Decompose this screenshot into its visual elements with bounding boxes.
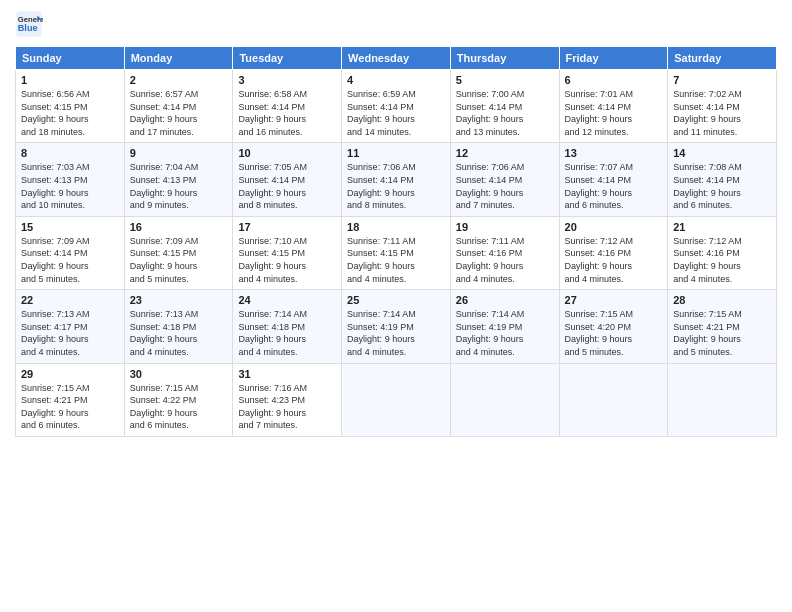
day-number: 2: [130, 74, 228, 86]
calendar-weekday-tuesday: Tuesday: [233, 47, 342, 70]
logo-icon: General Blue: [15, 10, 43, 38]
calendar-cell: 21 Sunrise: 7:12 AMSunset: 4:16 PMDaylig…: [668, 216, 777, 289]
calendar-cell: 11 Sunrise: 7:06 AMSunset: 4:14 PMDaylig…: [342, 143, 451, 216]
calendar-week-row: 1 Sunrise: 6:56 AMSunset: 4:15 PMDayligh…: [16, 70, 777, 143]
calendar-cell: 15 Sunrise: 7:09 AMSunset: 4:14 PMDaylig…: [16, 216, 125, 289]
calendar-cell: 16 Sunrise: 7:09 AMSunset: 4:15 PMDaylig…: [124, 216, 233, 289]
calendar-cell: 10 Sunrise: 7:05 AMSunset: 4:14 PMDaylig…: [233, 143, 342, 216]
calendar-cell: 7 Sunrise: 7:02 AMSunset: 4:14 PMDayligh…: [668, 70, 777, 143]
calendar-cell: 4 Sunrise: 6:59 AMSunset: 4:14 PMDayligh…: [342, 70, 451, 143]
calendar-weekday-saturday: Saturday: [668, 47, 777, 70]
calendar-cell: 12 Sunrise: 7:06 AMSunset: 4:14 PMDaylig…: [450, 143, 559, 216]
day-info: Sunrise: 7:02 AMSunset: 4:14 PMDaylight:…: [673, 89, 742, 137]
day-info: Sunrise: 7:00 AMSunset: 4:14 PMDaylight:…: [456, 89, 525, 137]
calendar-body: 1 Sunrise: 6:56 AMSunset: 4:15 PMDayligh…: [16, 70, 777, 437]
calendar-week-row: 8 Sunrise: 7:03 AMSunset: 4:13 PMDayligh…: [16, 143, 777, 216]
day-number: 16: [130, 221, 228, 233]
calendar-weekday-friday: Friday: [559, 47, 668, 70]
day-info: Sunrise: 6:59 AMSunset: 4:14 PMDaylight:…: [347, 89, 416, 137]
day-number: 14: [673, 147, 771, 159]
calendar-table: SundayMondayTuesdayWednesdayThursdayFrid…: [15, 46, 777, 437]
calendar-cell: 8 Sunrise: 7:03 AMSunset: 4:13 PMDayligh…: [16, 143, 125, 216]
calendar-cell: 17 Sunrise: 7:10 AMSunset: 4:15 PMDaylig…: [233, 216, 342, 289]
day-info: Sunrise: 7:06 AMSunset: 4:14 PMDaylight:…: [347, 162, 416, 210]
day-number: 21: [673, 221, 771, 233]
calendar-week-row: 15 Sunrise: 7:09 AMSunset: 4:14 PMDaylig…: [16, 216, 777, 289]
day-info: Sunrise: 6:58 AMSunset: 4:14 PMDaylight:…: [238, 89, 307, 137]
day-number: 26: [456, 294, 554, 306]
calendar-cell: 22 Sunrise: 7:13 AMSunset: 4:17 PMDaylig…: [16, 290, 125, 363]
day-info: Sunrise: 6:57 AMSunset: 4:14 PMDaylight:…: [130, 89, 199, 137]
calendar-weekday-sunday: Sunday: [16, 47, 125, 70]
calendar-cell: 2 Sunrise: 6:57 AMSunset: 4:14 PMDayligh…: [124, 70, 233, 143]
day-number: 29: [21, 368, 119, 380]
day-info: Sunrise: 7:14 AMSunset: 4:19 PMDaylight:…: [456, 309, 525, 357]
day-number: 23: [130, 294, 228, 306]
day-info: Sunrise: 7:10 AMSunset: 4:15 PMDaylight:…: [238, 236, 307, 284]
day-number: 10: [238, 147, 336, 159]
day-number: 19: [456, 221, 554, 233]
day-info: Sunrise: 7:01 AMSunset: 4:14 PMDaylight:…: [565, 89, 634, 137]
calendar-cell: 24 Sunrise: 7:14 AMSunset: 4:18 PMDaylig…: [233, 290, 342, 363]
calendar-cell: 6 Sunrise: 7:01 AMSunset: 4:14 PMDayligh…: [559, 70, 668, 143]
calendar-weekday-wednesday: Wednesday: [342, 47, 451, 70]
day-number: 31: [238, 368, 336, 380]
calendar-weekday-thursday: Thursday: [450, 47, 559, 70]
day-info: Sunrise: 7:07 AMSunset: 4:14 PMDaylight:…: [565, 162, 634, 210]
day-info: Sunrise: 7:08 AMSunset: 4:14 PMDaylight:…: [673, 162, 742, 210]
day-info: Sunrise: 7:04 AMSunset: 4:13 PMDaylight:…: [130, 162, 199, 210]
day-info: Sunrise: 7:03 AMSunset: 4:13 PMDaylight:…: [21, 162, 90, 210]
calendar-cell: 13 Sunrise: 7:07 AMSunset: 4:14 PMDaylig…: [559, 143, 668, 216]
day-number: 6: [565, 74, 663, 86]
day-info: Sunrise: 7:09 AMSunset: 4:14 PMDaylight:…: [21, 236, 90, 284]
calendar-cell: 28 Sunrise: 7:15 AMSunset: 4:21 PMDaylig…: [668, 290, 777, 363]
day-number: 7: [673, 74, 771, 86]
day-number: 17: [238, 221, 336, 233]
day-info: Sunrise: 7:13 AMSunset: 4:17 PMDaylight:…: [21, 309, 90, 357]
day-info: Sunrise: 7:14 AMSunset: 4:19 PMDaylight:…: [347, 309, 416, 357]
calendar-cell: 30 Sunrise: 7:15 AMSunset: 4:22 PMDaylig…: [124, 363, 233, 436]
svg-text:Blue: Blue: [18, 23, 38, 33]
calendar-cell: 3 Sunrise: 6:58 AMSunset: 4:14 PMDayligh…: [233, 70, 342, 143]
day-number: 28: [673, 294, 771, 306]
day-info: Sunrise: 7:15 AMSunset: 4:21 PMDaylight:…: [21, 383, 90, 431]
day-number: 8: [21, 147, 119, 159]
day-info: Sunrise: 7:12 AMSunset: 4:16 PMDaylight:…: [673, 236, 742, 284]
calendar-cell: [559, 363, 668, 436]
calendar-cell: [342, 363, 451, 436]
calendar-header-row: SundayMondayTuesdayWednesdayThursdayFrid…: [16, 47, 777, 70]
calendar-cell: 19 Sunrise: 7:11 AMSunset: 4:16 PMDaylig…: [450, 216, 559, 289]
day-number: 25: [347, 294, 445, 306]
calendar-cell: [450, 363, 559, 436]
calendar-cell: 27 Sunrise: 7:15 AMSunset: 4:20 PMDaylig…: [559, 290, 668, 363]
day-info: Sunrise: 7:06 AMSunset: 4:14 PMDaylight:…: [456, 162, 525, 210]
calendar-cell: 20 Sunrise: 7:12 AMSunset: 4:16 PMDaylig…: [559, 216, 668, 289]
day-number: 12: [456, 147, 554, 159]
day-number: 11: [347, 147, 445, 159]
calendar-cell: 9 Sunrise: 7:04 AMSunset: 4:13 PMDayligh…: [124, 143, 233, 216]
day-info: Sunrise: 7:12 AMSunset: 4:16 PMDaylight:…: [565, 236, 634, 284]
calendar-cell: 5 Sunrise: 7:00 AMSunset: 4:14 PMDayligh…: [450, 70, 559, 143]
calendar-weekday-monday: Monday: [124, 47, 233, 70]
calendar-cell: 18 Sunrise: 7:11 AMSunset: 4:15 PMDaylig…: [342, 216, 451, 289]
day-info: Sunrise: 7:15 AMSunset: 4:20 PMDaylight:…: [565, 309, 634, 357]
calendar-cell: 31 Sunrise: 7:16 AMSunset: 4:23 PMDaylig…: [233, 363, 342, 436]
day-number: 27: [565, 294, 663, 306]
day-info: Sunrise: 6:56 AMSunset: 4:15 PMDaylight:…: [21, 89, 90, 137]
day-number: 18: [347, 221, 445, 233]
day-info: Sunrise: 7:05 AMSunset: 4:14 PMDaylight:…: [238, 162, 307, 210]
day-info: Sunrise: 7:16 AMSunset: 4:23 PMDaylight:…: [238, 383, 307, 431]
calendar-cell: 25 Sunrise: 7:14 AMSunset: 4:19 PMDaylig…: [342, 290, 451, 363]
day-number: 13: [565, 147, 663, 159]
day-number: 5: [456, 74, 554, 86]
calendar-cell: [668, 363, 777, 436]
day-number: 4: [347, 74, 445, 86]
day-info: Sunrise: 7:09 AMSunset: 4:15 PMDaylight:…: [130, 236, 199, 284]
day-info: Sunrise: 7:11 AMSunset: 4:16 PMDaylight:…: [456, 236, 525, 284]
day-info: Sunrise: 7:15 AMSunset: 4:21 PMDaylight:…: [673, 309, 742, 357]
calendar-cell: 14 Sunrise: 7:08 AMSunset: 4:14 PMDaylig…: [668, 143, 777, 216]
page-header: General Blue: [15, 10, 777, 38]
day-info: Sunrise: 7:11 AMSunset: 4:15 PMDaylight:…: [347, 236, 416, 284]
calendar-cell: 23 Sunrise: 7:13 AMSunset: 4:18 PMDaylig…: [124, 290, 233, 363]
day-info: Sunrise: 7:13 AMSunset: 4:18 PMDaylight:…: [130, 309, 199, 357]
